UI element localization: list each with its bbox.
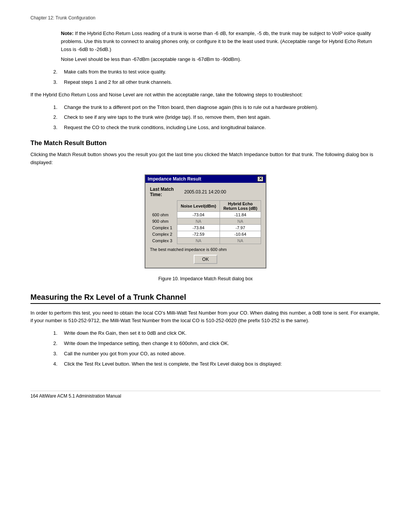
dialog-titlebar: Impedance Match Result ✕	[145, 175, 266, 183]
table-row-label: Complex 2	[150, 231, 177, 237]
list-item: 4. Click the Test Rx Level button. When …	[53, 360, 381, 368]
list-item: 2. Check to see if any wire taps to the …	[53, 113, 381, 121]
note-text-2: Noise Level should be less than -67dBm (…	[61, 56, 381, 64]
list-item: 1. Write down the Rx Gain, then set it t…	[53, 329, 381, 337]
table-row-label: 900 ohm	[150, 218, 177, 224]
table-echo-cell: -10.64	[220, 231, 261, 237]
impedance-match-dialog: Impedance Match Result ✕ Last Match Time…	[145, 174, 266, 268]
table-noise-cell: -72.59	[177, 231, 220, 237]
list-item: 3. Call the number you got from your CO,…	[53, 350, 381, 358]
last-match-label: Last Match Time:	[150, 187, 184, 197]
page-footer: 164 AltiWare ACM 5.1 Administration Manu…	[30, 391, 381, 399]
section-heading-match-result: The Match Result Button	[30, 139, 381, 147]
chapter-title: Chapter 12: Trunk Configuration	[30, 15, 96, 21]
troubleshoot-intro: If the Hybrid Echo Return Loss and Noise…	[30, 91, 381, 99]
major-heading-rx-level: Measuring the Rx Level of a Trunk Channe…	[30, 293, 381, 304]
table-noise-cell: NA	[177, 218, 220, 224]
table-row-label: Complex 3	[150, 237, 177, 244]
list-item: 2. Write down the Impedance setting, the…	[53, 340, 381, 348]
table-echo-cell: -7.97	[220, 224, 261, 231]
last-match-value: 2005.03.21 14:20:00	[184, 189, 226, 195]
dialog-body: Last Match Time: 2005.03.21 14:20:00 Noi…	[145, 183, 266, 268]
dialog-container: Impedance Match Result ✕ Last Match Time…	[145, 174, 266, 268]
table-echo-cell: -11.84	[220, 211, 261, 218]
list-item: 3. Repeat steps 1 and 2 for all other tr…	[53, 78, 381, 86]
chapter-header: Chapter 12: Trunk Configuration	[30, 15, 381, 21]
list-troubleshoot-steps-2: 1. Change the trunk to a different port …	[53, 104, 381, 132]
impedance-table: Noise Level(dBm) Hybrid Echo Return Loss…	[150, 200, 261, 244]
dialog-title: Impedance Match Result	[148, 176, 201, 182]
best-match-text: The best matched impedance is 600 ohm	[150, 247, 261, 252]
major-body-rx-level: In order to perform this test, you need …	[30, 309, 381, 325]
table-noise-cell: -73.84	[177, 224, 220, 231]
note-block: Note: If the Hybrid Echo Return Loss rea…	[61, 30, 381, 64]
list-item: 3. Request the CO to check the trunk con…	[53, 124, 381, 132]
figure-caption: Figure 10. Impedance Match Result dialog…	[30, 276, 381, 281]
list-item: 2. Make calls from the trunks to test vo…	[53, 68, 381, 76]
table-corner	[150, 200, 177, 211]
ok-row: OK	[150, 255, 261, 264]
close-button[interactable]: ✕	[257, 176, 263, 182]
note-text-1: If the Hybrid Echo Return Loss reading o…	[61, 30, 372, 52]
list-item: 1. Change the trunk to a different port …	[53, 104, 381, 112]
section-body-match-result: Clicking the Match Result button shows y…	[30, 151, 381, 167]
table-echo-cell: NA	[220, 237, 261, 244]
note-label: Note:	[61, 30, 73, 36]
ok-button[interactable]: OK	[194, 255, 217, 264]
last-match-row: Last Match Time: 2005.03.21 14:20:00	[150, 187, 261, 197]
table-noise-cell: -73.04	[177, 211, 220, 218]
col-noise-header: Noise Level(dBm)	[177, 200, 220, 211]
list-troubleshoot-steps: 2. Make calls from the trunks to test vo…	[53, 68, 381, 86]
list-rx-steps: 1. Write down the Rx Gain, then set it t…	[53, 329, 381, 368]
table-echo-cell: NA	[220, 218, 261, 224]
table-row-label: Complex 1	[150, 224, 177, 231]
table-noise-cell: NA	[177, 237, 220, 244]
col-echo-header: Hybrid Echo Return Loss (dB)	[220, 200, 261, 211]
table-row-label: 600 ohm	[150, 211, 177, 218]
